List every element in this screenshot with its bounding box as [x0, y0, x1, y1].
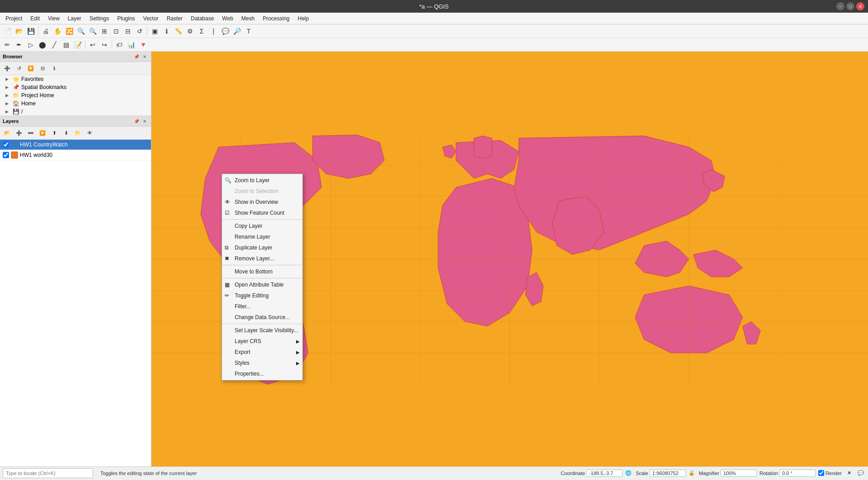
browser-favorites[interactable]: ▶ ⭐ Favorites	[0, 75, 151, 83]
ctx-show-feature-count[interactable]: ☑ Show Feature Count	[222, 207, 302, 218]
capture-point-button[interactable]: ⬤	[37, 39, 48, 50]
ctx-zoom-to-layer[interactable]: 🔍 Zoom to Layer	[222, 175, 302, 186]
measure-button[interactable]: 📏	[173, 26, 184, 37]
ctx-change-data-source[interactable]: Change Data Source...	[222, 312, 302, 323]
stop-render-button[interactable]: ✕	[844, 469, 854, 478]
menu-plugins[interactable]: Plugins	[113, 14, 138, 23]
ctx-duplicate-layer[interactable]: ⧉ Duplicate Layer	[222, 242, 302, 253]
comment-button[interactable]: 💬	[220, 26, 231, 37]
browser-close-button[interactable]: ✕	[141, 53, 148, 60]
menu-layer[interactable]: Layer	[64, 14, 85, 23]
pan-to-selection-button[interactable]: 🔀	[64, 26, 75, 37]
zoom-out-button[interactable]: 🔍	[87, 26, 98, 37]
new-project-button[interactable]: 📄	[2, 26, 13, 37]
ctx-filter[interactable]: Filter...	[222, 301, 302, 312]
menu-web[interactable]: Web	[218, 14, 236, 23]
redo-button[interactable]: ↪	[99, 39, 110, 50]
menu-mesh[interactable]: Mesh	[238, 14, 258, 23]
locate-input[interactable]	[3, 468, 93, 478]
menu-help[interactable]: Help	[294, 14, 313, 23]
layer-add-button[interactable]: ➕	[14, 127, 24, 138]
browser-project-home[interactable]: ▶ 📁 Project Home	[0, 91, 151, 99]
layout-button[interactable]: ▤	[61, 39, 71, 50]
label-button[interactable]: T	[243, 26, 254, 37]
digitize-button[interactable]: ✏	[2, 39, 13, 50]
layer-filter-button[interactable]: 🔽	[37, 127, 48, 138]
browser-filter-button[interactable]: 🔽	[25, 63, 36, 74]
save-project-button[interactable]: 💾	[25, 26, 36, 37]
layer-move-down-button[interactable]: ⬇	[61, 127, 71, 138]
browser-pin-button[interactable]: 📌	[133, 53, 140, 60]
label-tool-button[interactable]: 🏷	[114, 39, 125, 50]
zoom-layer-button[interactable]: ⊟	[123, 26, 133, 37]
menu-processing[interactable]: Processing	[259, 14, 293, 23]
browser-info-button[interactable]: ℹ	[49, 63, 60, 74]
search-button[interactable]: 🔎	[231, 26, 242, 37]
layer-item-world30[interactable]: HW1 world30	[0, 150, 151, 160]
layer-remove-button[interactable]: ➖	[25, 127, 36, 138]
menu-raster[interactable]: Raster	[163, 14, 186, 23]
log-messages-button[interactable]: 💬	[856, 469, 865, 478]
separator-3[interactable]: |	[208, 26, 219, 37]
layers-pin-button[interactable]: 📌	[133, 118, 140, 125]
scale-lock-button[interactable]: 🔒	[687, 469, 696, 478]
coordinate-crs-button[interactable]: 🌐	[624, 469, 633, 478]
ctx-open-attribute-table[interactable]: ▦ Open Attribute Table	[222, 279, 302, 290]
ctx-toggle-editing[interactable]: ✏ Toggle Editing	[222, 290, 302, 301]
menu-vector[interactable]: Vector	[140, 14, 162, 23]
ctx-show-in-overview[interactable]: 👁 Show in Overview	[222, 197, 302, 207]
print-layout-button[interactable]: 🖨	[40, 26, 51, 37]
chart-button[interactable]: 📊	[126, 39, 137, 50]
capture-line-button[interactable]: ╱	[49, 39, 60, 50]
open-project-button[interactable]: 📂	[14, 26, 24, 37]
ctx-copy-layer[interactable]: Copy Layer	[222, 221, 302, 231]
layer-item-countrywatch[interactable]: HW1 CountryWatch	[0, 140, 151, 150]
browser-root[interactable]: ▶ 💾 /	[0, 108, 151, 116]
close-button[interactable]: ✕	[856, 2, 864, 10]
browser-home[interactable]: ▶ 🏠 Home	[0, 99, 151, 108]
menu-edit[interactable]: Edit	[27, 14, 43, 23]
ctx-remove-layer[interactable]: ✖ Remove Layer...	[222, 253, 302, 264]
edit-button[interactable]: ✒	[14, 39, 24, 50]
identify-button[interactable]: ℹ	[161, 26, 172, 37]
ctx-styles[interactable]: Styles ▶	[222, 358, 302, 368]
browser-collapse-button[interactable]: ⊟	[37, 63, 48, 74]
layers-title: Layers	[3, 118, 19, 124]
select-features-button[interactable]: ▣	[149, 26, 160, 37]
ctx-export[interactable]: Export ▶	[222, 347, 302, 358]
pan-map-button[interactable]: ✋	[52, 26, 63, 37]
ctx-rename-layer[interactable]: Rename Layer	[222, 231, 302, 242]
annotation-button[interactable]: 📝	[72, 39, 83, 50]
stats-button[interactable]: Σ	[196, 26, 207, 37]
layer-countrywatch-checkbox[interactable]	[3, 141, 9, 148]
map-canvas-area[interactable]: 🔍 Zoom to Layer Zoom to Selection 👁 Show…	[151, 52, 868, 466]
ctx-move-to-bottom[interactable]: Move to Bottom	[222, 266, 302, 277]
ctx-set-layer-scale[interactable]: Set Layer Scale Visibility...	[222, 325, 302, 336]
minimize-button[interactable]: −	[836, 2, 844, 10]
layer-visibility-button[interactable]: 👁	[84, 127, 95, 138]
layer-world30-checkbox[interactable]	[3, 152, 9, 158]
browser-refresh-button[interactable]: ↺	[14, 63, 24, 74]
plugins-button[interactable]: ⚙	[184, 26, 195, 37]
layers-close-button[interactable]: ✕	[141, 118, 148, 125]
layer-move-up-button[interactable]: ⬆	[49, 127, 60, 138]
zoom-in-button[interactable]: 🔍	[75, 26, 86, 37]
menu-project[interactable]: Project	[2, 14, 26, 23]
browser-add-button[interactable]: ➕	[2, 63, 13, 74]
refresh-button[interactable]: ↺	[134, 26, 145, 37]
layer-group-button[interactable]: 📁	[72, 127, 83, 138]
browser-spatial-bookmarks[interactable]: ▶ 📌 Spatial Bookmarks	[0, 83, 151, 91]
maximize-button[interactable]: □	[846, 2, 854, 10]
ctx-properties[interactable]: Properties...	[222, 368, 302, 379]
menu-view[interactable]: View	[44, 14, 63, 23]
zoom-full-button[interactable]: ⊞	[99, 26, 110, 37]
layer-open-button[interactable]: 📂	[2, 127, 13, 138]
select-button[interactable]: ▷	[25, 39, 36, 50]
ctx-layer-crs[interactable]: Layer CRS ▶	[222, 336, 302, 347]
menu-settings[interactable]: Settings	[86, 14, 113, 23]
zoom-selection-button[interactable]: ⊡	[111, 26, 122, 37]
filter-tool-button[interactable]: 🔻	[137, 39, 148, 50]
menu-database[interactable]: Database	[187, 14, 217, 23]
undo-button[interactable]: ↩	[87, 39, 98, 50]
render-checkbox[interactable]	[818, 470, 824, 476]
